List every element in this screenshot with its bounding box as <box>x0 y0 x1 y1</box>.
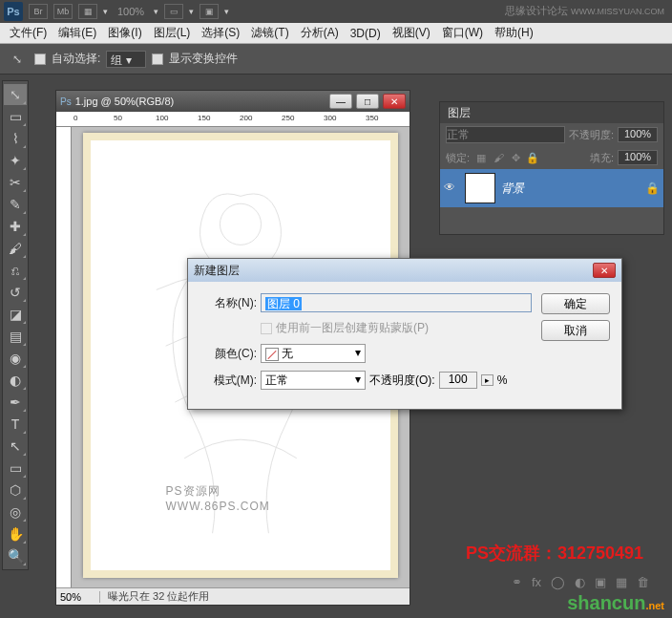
menu-help[interactable]: 帮助(H) <box>489 23 539 43</box>
watermark-brand: shancun.net <box>567 592 664 614</box>
menu-3d[interactable]: 3D(D) <box>345 25 387 42</box>
hand-tool[interactable]: ✋ <box>4 523 27 544</box>
ruler-vertical[interactable] <box>56 127 72 587</box>
dropdown-icon[interactable]: ▾ <box>154 7 158 16</box>
new-layer-dialog: 新建图层 ✕ 名称(N): 图层 0 使用前一图层创建剪贴蒙版(P) 颜色(C)… <box>187 258 622 410</box>
eyedropper-tool[interactable]: ✎ <box>4 194 27 215</box>
menu-select[interactable]: 选择(S) <box>196 23 245 43</box>
menu-analysis[interactable]: 分析(A) <box>295 23 345 43</box>
opacity-slider-icon[interactable]: ▸ <box>481 374 494 386</box>
dropdown-icon[interactable]: ▾ <box>103 7 108 16</box>
ok-button[interactable]: 确定 <box>541 293 610 314</box>
shape-tool[interactable]: ▭ <box>4 458 27 479</box>
mode-dropdown[interactable]: 正常▾ <box>261 371 366 390</box>
auto-select-checkbox[interactable] <box>34 53 46 65</box>
menu-view[interactable]: 视图(V) <box>387 23 436 43</box>
overlay-qq-group: PS交流群：312750491 <box>466 542 643 565</box>
lock-all-icon[interactable]: 🔒 <box>525 150 540 165</box>
stamp-tool[interactable]: ⎌ <box>4 260 27 281</box>
move-tool[interactable]: ⤡ <box>4 84 27 105</box>
clipping-mask-checkbox <box>261 323 272 334</box>
lock-transparent-icon[interactable]: ▦ <box>473 150 489 165</box>
menu-file[interactable]: 文件(F) <box>4 23 52 43</box>
show-transform-checkbox[interactable] <box>152 53 163 65</box>
new-layer-icon[interactable]: ▦ <box>616 575 627 589</box>
document-statusbar: 50% 曝光只在 32 位起作用 <box>56 587 410 605</box>
pen-tool[interactable]: ✒ <box>4 392 27 413</box>
minibridge-icon[interactable]: Mb <box>53 4 73 19</box>
3d-camera-tool[interactable]: ◎ <box>4 501 27 522</box>
layer-fx-icon[interactable]: fx <box>532 575 541 589</box>
menu-filter[interactable]: 滤镜(T) <box>245 23 294 43</box>
menu-window[interactable]: 窗口(W) <box>436 23 489 43</box>
layer-group-icon[interactable]: ▣ <box>595 575 606 589</box>
dodge-tool[interactable]: ◐ <box>4 370 27 391</box>
menu-edit[interactable]: 编辑(E) <box>52 23 102 43</box>
marquee-tool[interactable]: ▭ <box>4 106 27 127</box>
cancel-button[interactable]: 取消 <box>541 320 610 341</box>
status-info[interactable]: 曝光只在 32 位起作用 <box>100 589 209 604</box>
dialog-titlebar[interactable]: 新建图层 ✕ <box>188 259 621 282</box>
brush-tool[interactable]: 🖌 <box>4 238 27 259</box>
mode-label: 模式(M): <box>200 373 257 389</box>
gradient-tool[interactable]: ▤ <box>4 326 27 347</box>
artwork-caption: PS资源网 WWW.86PS.COM <box>166 483 316 513</box>
layer-name[interactable]: 背景 <box>501 181 640 197</box>
maximize-button[interactable]: □ <box>356 94 379 109</box>
delete-layer-icon[interactable]: 🗑 <box>637 575 649 589</box>
layers-panel-footer: ⚭ fx ◯ ◐ ▣ ▦ 🗑 <box>512 575 649 589</box>
link-layers-icon[interactable]: ⚭ <box>512 575 522 589</box>
dialog-title: 新建图层 <box>194 263 240 279</box>
menu-image[interactable]: 图像(I) <box>102 23 147 43</box>
dropdown-icon[interactable]: ▾ <box>224 7 229 16</box>
type-tool[interactable]: T <box>4 414 27 435</box>
arrange-icon[interactable]: ▭ <box>164 4 183 19</box>
blur-tool[interactable]: ◉ <box>4 348 27 369</box>
dialog-opacity-label: 不透明度(O): <box>369 373 435 389</box>
layer-thumbnail[interactable] <box>465 173 495 203</box>
lock-paint-icon[interactable]: 🖌 <box>491 150 506 165</box>
color-label: 颜色(C): <box>200 346 257 362</box>
view-extras-icon[interactable]: ▦ <box>78 4 97 19</box>
document-titlebar[interactable]: Ps 1.jpg @ 50%(RGB/8) — □ ✕ <box>56 91 410 112</box>
adjustment-layer-icon[interactable]: ◐ <box>575 575 585 589</box>
fill-input[interactable]: 100% <box>618 150 658 165</box>
zoom-tool[interactable]: 🔍 <box>4 545 27 566</box>
minimize-button[interactable]: — <box>329 94 352 109</box>
name-input[interactable]: 图层 0 <box>261 293 532 312</box>
opacity-label: 不透明度: <box>569 128 614 142</box>
auto-select-dropdown[interactable]: 组 ▾ <box>106 51 145 68</box>
healing-tool[interactable]: ✚ <box>4 216 27 237</box>
3d-tool[interactable]: ⬡ <box>4 479 27 501</box>
quick-select-tool[interactable]: ✦ <box>4 150 27 171</box>
title-zoom[interactable]: 100% <box>117 6 144 17</box>
move-tool-icon[interactable]: ⤡ <box>6 48 29 71</box>
auto-select-label: 自动选择: <box>52 51 100 67</box>
status-zoom[interactable]: 50% <box>56 591 100 603</box>
screen-mode-icon[interactable]: ▣ <box>200 4 219 19</box>
layers-tab[interactable]: 图层 <box>440 102 663 123</box>
layer-mask-icon[interactable]: ◯ <box>551 575 565 589</box>
blend-mode-dropdown[interactable]: 正常 <box>446 126 565 143</box>
opacity-input[interactable]: 100% <box>618 127 658 142</box>
eraser-tool[interactable]: ◪ <box>4 304 27 325</box>
none-swatch-icon <box>265 348 279 361</box>
layer-row[interactable]: 👁 背景 🔒 <box>440 169 663 207</box>
ruler-horizontal[interactable]: 0 50 100 150 200 250 300 350 <box>56 112 410 127</box>
path-select-tool[interactable]: ↖ <box>4 436 27 457</box>
crop-tool[interactable]: ✂ <box>4 172 27 193</box>
history-brush-tool[interactable]: ↺ <box>4 282 27 303</box>
layer-lock-icon[interactable]: 🔒 <box>645 181 660 195</box>
document-title: 1.jpg @ 50%(RGB/8) <box>75 96 326 107</box>
lock-position-icon[interactable]: ✥ <box>508 150 523 165</box>
menu-layer[interactable]: 图层(L) <box>148 23 197 43</box>
close-button[interactable]: ✕ <box>383 94 406 109</box>
menu-bar: 文件(F) 编辑(E) 图像(I) 图层(L) 选择(S) 滤镜(T) 分析(A… <box>0 23 672 44</box>
bridge-icon[interactable]: Br <box>29 4 48 19</box>
lasso-tool[interactable]: ⌇ <box>4 128 27 149</box>
dialog-opacity-input[interactable]: 100 <box>439 372 477 389</box>
visibility-icon[interactable]: 👁 <box>444 181 459 196</box>
dialog-close-button[interactable]: ✕ <box>593 263 616 278</box>
dropdown-icon[interactable]: ▾ <box>189 7 194 16</box>
color-dropdown[interactable]: 无 ▾ <box>261 344 366 363</box>
